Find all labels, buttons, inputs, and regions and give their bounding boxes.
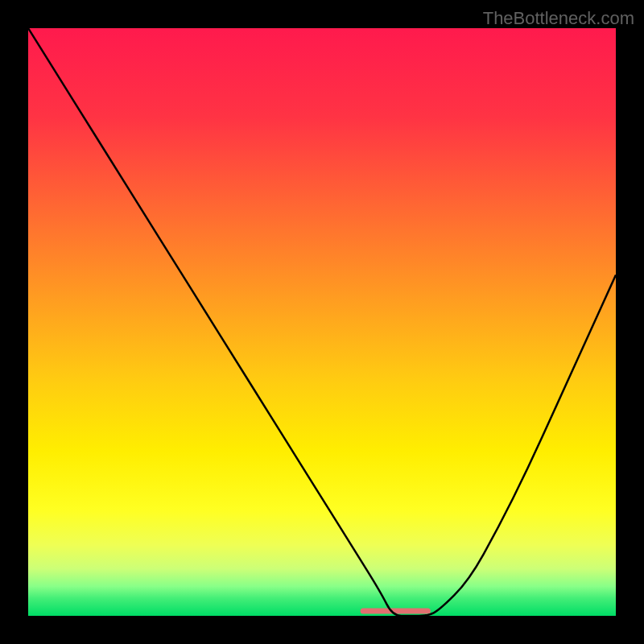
chart-container: TheBottleneck.com [0, 0, 644, 644]
curve-overlay [28, 28, 616, 616]
watermark-text: TheBottleneck.com [483, 8, 634, 29]
bottleneck-curve [28, 28, 616, 616]
plot-area [28, 28, 616, 616]
